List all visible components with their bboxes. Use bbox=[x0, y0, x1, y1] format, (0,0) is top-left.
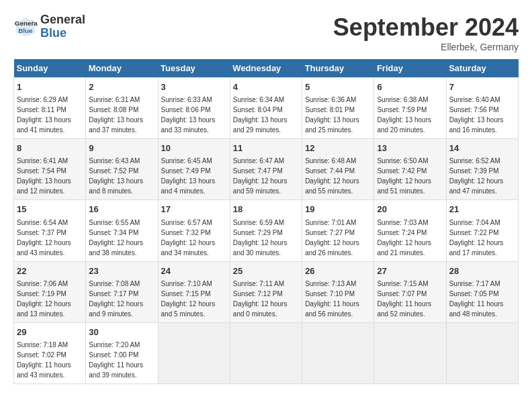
day-number: 12 bbox=[305, 142, 371, 154]
calendar-cell: 22Sunrise: 7:06 AM Sunset: 7:19 PM Dayli… bbox=[14, 261, 86, 322]
location-subtitle: Ellerbek, Germany bbox=[333, 42, 519, 52]
calendar-cell: 6Sunrise: 6:38 AM Sunset: 7:59 PM Daylig… bbox=[374, 78, 446, 139]
calendar-cell: 12Sunrise: 6:48 AM Sunset: 7:44 PM Dayli… bbox=[302, 139, 374, 200]
day-info: Sunrise: 6:54 AM Sunset: 7:37 PM Dayligh… bbox=[17, 218, 83, 258]
month-title: September 2024 bbox=[333, 13, 519, 42]
calendar-cell: 15Sunrise: 6:54 AM Sunset: 7:37 PM Dayli… bbox=[14, 200, 86, 261]
day-number: 21 bbox=[449, 203, 515, 216]
day-number: 19 bbox=[305, 203, 371, 216]
day-number: 22 bbox=[17, 265, 83, 277]
day-info: Sunrise: 6:40 AM Sunset: 7:56 PM Dayligh… bbox=[449, 95, 515, 135]
day-info: Sunrise: 6:45 AM Sunset: 7:49 PM Dayligh… bbox=[161, 156, 227, 196]
calendar-week-row: 15Sunrise: 6:54 AM Sunset: 7:37 PM Dayli… bbox=[14, 200, 519, 261]
calendar-cell: 21Sunrise: 7:04 AM Sunset: 7:22 PM Dayli… bbox=[446, 200, 518, 261]
day-number: 3 bbox=[161, 81, 227, 93]
title-block: September 2024 Ellerbek, Germany bbox=[333, 13, 519, 52]
day-info: Sunrise: 6:48 AM Sunset: 7:44 PM Dayligh… bbox=[305, 156, 371, 196]
day-header-sunday: Sunday bbox=[14, 59, 86, 78]
day-number: 27 bbox=[377, 265, 443, 277]
day-info: Sunrise: 7:20 AM Sunset: 7:00 PM Dayligh… bbox=[89, 340, 154, 380]
day-info: Sunrise: 7:15 AM Sunset: 7:07 PM Dayligh… bbox=[377, 279, 443, 319]
calendar-cell bbox=[302, 322, 374, 383]
day-info: Sunrise: 6:34 AM Sunset: 8:04 PM Dayligh… bbox=[233, 95, 299, 135]
calendar-cell: 10Sunrise: 6:45 AM Sunset: 7:49 PM Dayli… bbox=[158, 139, 230, 200]
day-info: Sunrise: 6:43 AM Sunset: 7:52 PM Dayligh… bbox=[89, 156, 154, 196]
calendar-cell bbox=[446, 322, 518, 383]
logo-icon: General Blue bbox=[13, 15, 38, 39]
calendar-week-row: 22Sunrise: 7:06 AM Sunset: 7:19 PM Dayli… bbox=[14, 261, 519, 322]
calendar-body: 1Sunrise: 6:29 AM Sunset: 8:11 PM Daylig… bbox=[14, 78, 519, 384]
calendar-cell: 14Sunrise: 6:52 AM Sunset: 7:39 PM Dayli… bbox=[446, 139, 518, 200]
calendar-cell: 24Sunrise: 7:10 AM Sunset: 7:15 PM Dayli… bbox=[158, 261, 230, 322]
page-header: General Blue General Blue September 2024… bbox=[13, 13, 519, 52]
calendar-cell: 19Sunrise: 7:01 AM Sunset: 7:27 PM Dayli… bbox=[302, 200, 374, 261]
day-header-tuesday: Tuesday bbox=[158, 59, 230, 78]
day-number: 15 bbox=[17, 203, 83, 216]
calendar-cell: 20Sunrise: 7:03 AM Sunset: 7:24 PM Dayli… bbox=[374, 200, 446, 261]
day-number: 18 bbox=[233, 203, 299, 216]
calendar-cell: 28Sunrise: 7:17 AM Sunset: 7:05 PM Dayli… bbox=[446, 261, 518, 322]
day-number: 29 bbox=[17, 326, 83, 338]
day-info: Sunrise: 7:13 AM Sunset: 7:10 PM Dayligh… bbox=[305, 279, 371, 319]
svg-text:Blue: Blue bbox=[18, 27, 33, 34]
calendar-cell bbox=[374, 322, 446, 383]
calendar-cell: 4Sunrise: 6:34 AM Sunset: 8:04 PM Daylig… bbox=[230, 78, 302, 139]
day-info: Sunrise: 6:55 AM Sunset: 7:34 PM Dayligh… bbox=[89, 218, 154, 258]
day-number: 6 bbox=[377, 81, 443, 93]
day-number: 28 bbox=[449, 265, 515, 277]
day-number: 10 bbox=[161, 142, 227, 154]
calendar-cell bbox=[158, 322, 230, 383]
day-info: Sunrise: 7:08 AM Sunset: 7:17 PM Dayligh… bbox=[89, 279, 154, 319]
calendar-cell: 11Sunrise: 6:47 AM Sunset: 7:47 PM Dayli… bbox=[230, 139, 302, 200]
day-info: Sunrise: 6:41 AM Sunset: 7:54 PM Dayligh… bbox=[17, 156, 83, 196]
calendar-cell: 17Sunrise: 6:57 AM Sunset: 7:32 PM Dayli… bbox=[158, 200, 230, 261]
day-number: 23 bbox=[89, 265, 154, 277]
day-info: Sunrise: 6:33 AM Sunset: 8:06 PM Dayligh… bbox=[161, 95, 227, 135]
calendar-cell: 3Sunrise: 6:33 AM Sunset: 8:06 PM Daylig… bbox=[158, 78, 230, 139]
day-header-monday: Monday bbox=[86, 59, 158, 78]
day-number: 26 bbox=[305, 265, 371, 277]
calendar-cell: 8Sunrise: 6:41 AM Sunset: 7:54 PM Daylig… bbox=[14, 139, 86, 200]
day-number: 9 bbox=[89, 142, 154, 154]
day-number: 13 bbox=[377, 142, 443, 154]
day-info: Sunrise: 6:38 AM Sunset: 7:59 PM Dayligh… bbox=[377, 95, 443, 135]
day-header-thursday: Thursday bbox=[302, 59, 374, 78]
day-info: Sunrise: 7:01 AM Sunset: 7:27 PM Dayligh… bbox=[305, 218, 371, 258]
day-info: Sunrise: 7:06 AM Sunset: 7:19 PM Dayligh… bbox=[17, 279, 83, 319]
day-info: Sunrise: 6:52 AM Sunset: 7:39 PM Dayligh… bbox=[449, 156, 515, 196]
calendar-week-row: 8Sunrise: 6:41 AM Sunset: 7:54 PM Daylig… bbox=[14, 139, 519, 200]
day-number: 1 bbox=[17, 81, 83, 93]
day-number: 4 bbox=[233, 81, 299, 93]
calendar-cell: 18Sunrise: 6:59 AM Sunset: 7:29 PM Dayli… bbox=[230, 200, 302, 261]
day-number: 24 bbox=[161, 265, 227, 277]
day-info: Sunrise: 6:59 AM Sunset: 7:29 PM Dayligh… bbox=[233, 218, 299, 258]
day-number: 30 bbox=[89, 326, 154, 338]
calendar-cell: 30Sunrise: 7:20 AM Sunset: 7:00 PM Dayli… bbox=[86, 322, 158, 383]
calendar-cell: 2Sunrise: 6:31 AM Sunset: 8:08 PM Daylig… bbox=[86, 78, 158, 139]
day-info: Sunrise: 6:50 AM Sunset: 7:42 PM Dayligh… bbox=[377, 156, 443, 196]
day-info: Sunrise: 6:31 AM Sunset: 8:08 PM Dayligh… bbox=[89, 95, 154, 135]
day-number: 14 bbox=[449, 142, 515, 154]
day-number: 2 bbox=[89, 81, 154, 93]
calendar-cell: 13Sunrise: 6:50 AM Sunset: 7:42 PM Dayli… bbox=[374, 139, 446, 200]
day-info: Sunrise: 7:17 AM Sunset: 7:05 PM Dayligh… bbox=[449, 279, 515, 319]
calendar-cell: 16Sunrise: 6:55 AM Sunset: 7:34 PM Dayli… bbox=[86, 200, 158, 261]
day-number: 17 bbox=[161, 203, 227, 216]
day-number: 5 bbox=[305, 81, 371, 93]
day-number: 8 bbox=[17, 142, 83, 154]
calendar-cell: 5Sunrise: 6:36 AM Sunset: 8:01 PM Daylig… bbox=[302, 78, 374, 139]
day-header-wednesday: Wednesday bbox=[230, 59, 302, 78]
calendar-cell: 1Sunrise: 6:29 AM Sunset: 8:11 PM Daylig… bbox=[14, 78, 86, 139]
day-info: Sunrise: 7:11 AM Sunset: 7:12 PM Dayligh… bbox=[233, 279, 299, 319]
day-number: 16 bbox=[89, 203, 154, 216]
day-number: 7 bbox=[449, 81, 515, 93]
calendar-table: SundayMondayTuesdayWednesdayThursdayFrid… bbox=[13, 59, 519, 384]
day-info: Sunrise: 7:03 AM Sunset: 7:24 PM Dayligh… bbox=[377, 218, 443, 258]
day-header-saturday: Saturday bbox=[446, 59, 518, 78]
day-info: Sunrise: 6:36 AM Sunset: 8:01 PM Dayligh… bbox=[305, 95, 371, 135]
calendar-cell: 29Sunrise: 7:18 AM Sunset: 7:02 PM Dayli… bbox=[14, 322, 86, 383]
calendar-cell: 27Sunrise: 7:15 AM Sunset: 7:07 PM Dayli… bbox=[374, 261, 446, 322]
logo-text: General Blue bbox=[40, 13, 85, 40]
calendar-cell: 23Sunrise: 7:08 AM Sunset: 7:17 PM Dayli… bbox=[86, 261, 158, 322]
day-info: Sunrise: 6:29 AM Sunset: 8:11 PM Dayligh… bbox=[17, 95, 83, 135]
